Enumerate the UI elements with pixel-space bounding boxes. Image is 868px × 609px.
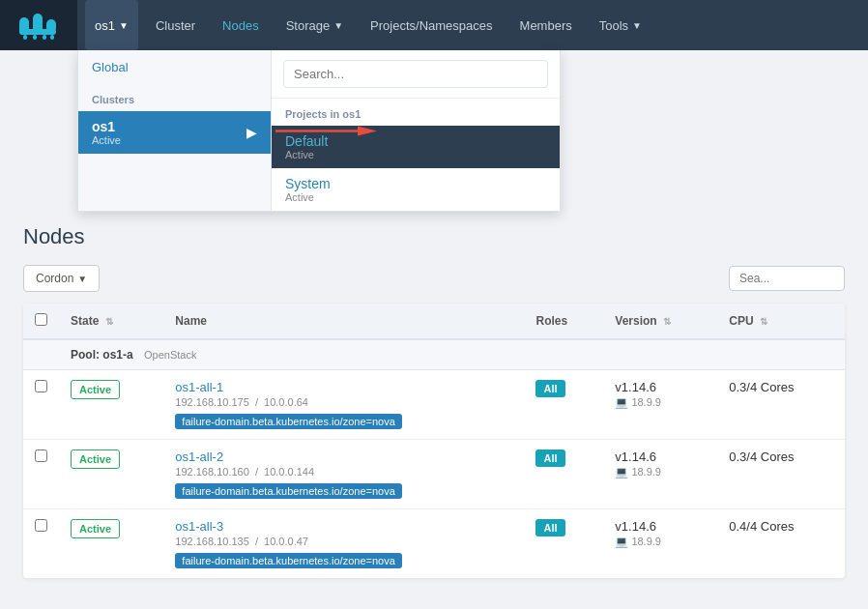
node-version: v1.14.6 xyxy=(615,380,706,394)
dropdown-search-input[interactable] xyxy=(283,60,548,88)
nav-item-cluster[interactable]: Cluster xyxy=(142,0,209,50)
node-ips: 192.168.10.175 / 10.0.0.64 xyxy=(175,396,512,408)
cluster-os1-state: Active xyxy=(92,134,121,146)
pool-check-cell xyxy=(23,339,59,370)
node-kernel: 💻 18.9.9 xyxy=(615,396,706,409)
pool-name-label: Pool: os1-a xyxy=(71,348,133,362)
pool-sub-label: OpenStack xyxy=(144,349,196,361)
row-state-cell: Active xyxy=(59,509,163,579)
row-roles-cell: All xyxy=(524,440,603,509)
node-tag: failure-domain.beta.kubernetes.io/zone=n… xyxy=(175,408,512,429)
svg-rect-6 xyxy=(43,35,46,40)
nav-item-nodes[interactable]: Nodes xyxy=(209,0,273,50)
pool-header-row: Pool: os1-a OpenStack xyxy=(23,339,845,370)
th-roles: Roles xyxy=(524,304,603,339)
row-checkbox-2[interactable] xyxy=(35,519,47,532)
state-sort-icon[interactable]: ⇅ xyxy=(105,316,113,327)
select-all-checkbox[interactable] xyxy=(35,313,47,326)
node-ips: 192.168.10.160 / 10.0.0.144 xyxy=(175,466,512,478)
logo-container xyxy=(0,0,77,50)
version-sort-icon[interactable]: ⇅ xyxy=(663,316,671,327)
state-badge: Active xyxy=(71,450,120,469)
project-default-state: Active xyxy=(285,149,546,160)
nav-items: os1 ▼ Cluster Nodes Storage ▼ Projects/N… xyxy=(77,0,868,50)
node-tag-label: failure-domain.beta.kubernetes.io/zone=n… xyxy=(175,483,401,499)
th-state: State ⇅ xyxy=(59,304,163,339)
search-box xyxy=(272,50,560,99)
cluster-os1-item[interactable]: os1 Active ▶ xyxy=(78,111,271,154)
node-tag-label: failure-domain.beta.kubernetes.io/zone=n… xyxy=(175,553,401,568)
row-version-cell: v1.14.6 💻 18.9.9 xyxy=(603,370,717,440)
tools-caret-icon: ▼ xyxy=(632,20,642,31)
th-name: Name xyxy=(163,304,524,339)
cluster-arrow-icon: ▶ xyxy=(246,125,257,140)
roles-badge: All xyxy=(535,450,564,467)
row-version-cell: v1.14.6 💻 18.9.9 xyxy=(603,509,717,579)
node-name-link[interactable]: os1-all-2 xyxy=(175,450,512,464)
project-default-name: Default xyxy=(285,133,546,149)
project-system-state: Active xyxy=(285,191,546,203)
row-cpu-cell: 0.4/4 Cores xyxy=(717,509,845,579)
cordon-button[interactable]: Cordon ▼ xyxy=(23,265,100,292)
state-badge: Active xyxy=(71,380,120,399)
row-state-cell: Active xyxy=(59,440,163,509)
state-badge: Active xyxy=(71,519,120,538)
table-row: Active os1-all-3 192.168.10.135 / 10.0.0… xyxy=(23,509,845,579)
nav-item-tools[interactable]: Tools ▼ xyxy=(586,0,655,50)
svg-rect-5 xyxy=(33,35,37,40)
svg-rect-7 xyxy=(50,35,54,40)
row-checkbox-cell xyxy=(23,440,59,509)
node-tag: failure-domain.beta.kubernetes.io/zone=n… xyxy=(175,547,512,568)
page-title: Nodes xyxy=(23,224,845,249)
row-roles-cell: All xyxy=(524,509,603,579)
cluster-dropdown: Global Clusters os1 Active ▶ Projects in… xyxy=(77,50,561,212)
node-name-link[interactable]: os1-all-3 xyxy=(175,519,512,534)
row-name-cell: os1-all-1 192.168.10.175 / 10.0.0.64 fai… xyxy=(163,370,524,440)
nav-item-projects[interactable]: Projects/Namespaces xyxy=(357,0,506,50)
row-name-cell: os1-all-2 192.168.10.160 / 10.0.0.144 fa… xyxy=(163,440,524,509)
storage-caret-icon: ▼ xyxy=(333,20,343,31)
node-version: v1.14.6 xyxy=(615,519,706,534)
svg-rect-3 xyxy=(19,29,56,35)
row-checkbox-0[interactable] xyxy=(35,380,47,392)
cluster-caret-icon: ▼ xyxy=(119,20,129,31)
global-nav-item[interactable]: Global xyxy=(78,50,271,84)
top-navigation: os1 ▼ Cluster Nodes Storage ▼ Projects/N… xyxy=(0,0,868,50)
table-row: Active os1-all-2 192.168.10.160 / 10.0.0… xyxy=(23,440,845,509)
row-name-cell: os1-all-3 192.168.10.135 / 10.0.0.47 fai… xyxy=(163,509,524,579)
cluster-selector-button[interactable]: os1 ▼ xyxy=(85,0,138,50)
project-system-item[interactable]: System Active xyxy=(272,168,560,211)
nav-item-members[interactable]: Members xyxy=(506,0,586,50)
nodes-search-input[interactable] xyxy=(729,266,845,291)
row-checkbox-1[interactable] xyxy=(35,450,47,462)
node-cpu: 0.4/4 Cores xyxy=(729,519,794,534)
th-cpu: CPU ⇅ xyxy=(717,304,845,339)
table-body: Pool: os1-a OpenStack Active os1-all-1 1… xyxy=(23,339,845,578)
nodes-table: State ⇅ Name Roles Version ⇅ CPU ⇅ xyxy=(23,304,845,578)
nav-item-storage[interactable]: Storage ▼ xyxy=(273,0,357,50)
node-name-link[interactable]: os1-all-1 xyxy=(175,380,512,394)
cpu-sort-icon[interactable]: ⇅ xyxy=(760,316,767,327)
row-checkbox-cell xyxy=(23,370,59,440)
project-default-item[interactable]: Default Active xyxy=(272,126,560,168)
projects-section-label: Projects in os1 xyxy=(272,99,560,126)
rancher-logo-icon xyxy=(15,10,62,41)
table-row: Active os1-all-1 192.168.10.175 / 10.0.0… xyxy=(23,370,845,440)
row-checkbox-cell xyxy=(23,509,59,579)
node-ips: 192.168.10.135 / 10.0.0.47 xyxy=(175,536,512,547)
dropdown-right-panel: Projects in os1 Default Active System Ac… xyxy=(272,50,560,211)
node-cpu: 0.3/4 Cores xyxy=(729,380,794,394)
node-kernel: 💻 18.9.9 xyxy=(615,466,706,478)
cordon-label: Cordon xyxy=(36,272,73,285)
th-checkbox xyxy=(23,304,59,339)
cluster-name-label: os1 xyxy=(95,18,115,33)
table-header: State ⇅ Name Roles Version ⇅ CPU ⇅ xyxy=(23,304,845,339)
roles-badge: All xyxy=(535,380,564,397)
node-tag-label: failure-domain.beta.kubernetes.io/zone=n… xyxy=(175,414,401,429)
project-system-name: System xyxy=(285,176,546,191)
node-kernel: 💻 18.9.9 xyxy=(615,536,706,548)
node-tag: failure-domain.beta.kubernetes.io/zone=n… xyxy=(175,478,512,499)
pool-info-cell: Pool: os1-a OpenStack xyxy=(59,339,845,370)
row-cpu-cell: 0.3/4 Cores xyxy=(717,440,845,509)
row-version-cell: v1.14.6 💻 18.9.9 xyxy=(603,440,717,509)
